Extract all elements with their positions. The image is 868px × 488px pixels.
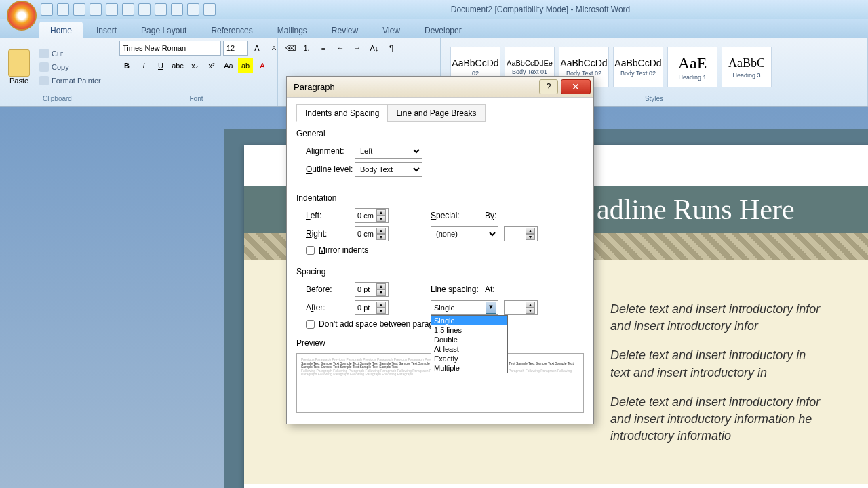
ls-option-double[interactable]: Double — [431, 335, 507, 344]
quick-access-toolbar — [41, 3, 216, 16]
number-list-button[interactable]: 1. — [299, 41, 314, 56]
copy-button[interactable]: Copy — [37, 61, 104, 73]
font-group: A A ⌫ B I U abc x₂ x² Aa ab A Font — [115, 38, 278, 106]
clipboard-group: Paste Cut Copy Format Painter Clipboard — [0, 38, 115, 106]
superscript-button[interactable]: x² — [204, 58, 219, 73]
office-button[interactable] — [7, 1, 37, 30]
grow-font-button[interactable]: A — [250, 41, 264, 56]
spin-up-icon[interactable]: ▲ — [526, 228, 535, 234]
save-icon[interactable] — [41, 3, 53, 16]
spin-down-icon[interactable]: ▼ — [376, 234, 386, 240]
spin-up-icon[interactable]: ▲ — [376, 209, 386, 216]
qat-icon[interactable] — [187, 3, 199, 16]
general-label: General — [296, 129, 584, 138]
tab-view[interactable]: View — [372, 22, 411, 38]
bold-button[interactable]: B — [119, 58, 134, 73]
undo-icon[interactable] — [57, 3, 69, 16]
cut-button[interactable]: Cut — [37, 47, 104, 60]
headline-text: adline Runs Here — [597, 193, 795, 226]
preview-icon[interactable] — [106, 3, 118, 16]
spin-up-icon[interactable]: ▲ — [526, 302, 535, 308]
after-spin[interactable]: 0 pt▲▼ — [355, 300, 389, 315]
increase-indent-button[interactable]: → — [350, 41, 365, 56]
tab-home[interactable]: Home — [39, 22, 83, 38]
tab-developer[interactable]: Developer — [414, 22, 473, 38]
change-case-button[interactable]: Aa — [221, 58, 236, 73]
redo-icon[interactable] — [73, 3, 85, 16]
qat-icon[interactable] — [171, 3, 183, 16]
underline-button[interactable]: U — [153, 58, 168, 73]
spin-down-icon[interactable]: ▼ — [376, 216, 386, 222]
paste-button[interactable]: Paste — [4, 43, 34, 91]
help-button[interactable]: ? — [539, 79, 558, 94]
ls-option-exactly[interactable]: Exactly — [431, 354, 507, 363]
style-item[interactable]: AaEHeading 1 — [667, 47, 717, 87]
outline-select[interactable]: Body Text — [355, 162, 422, 177]
font-color-button[interactable]: A — [255, 58, 270, 73]
subscript-button[interactable]: x₂ — [187, 58, 202, 73]
ls-option-atleast[interactable]: At least — [431, 344, 507, 354]
format-painter-button[interactable]: Format Painter — [37, 75, 104, 87]
special-select[interactable]: (none) — [431, 226, 498, 241]
font-size-input[interactable] — [223, 41, 248, 56]
doc-paragraph[interactable]: Delete text and insert introductory info… — [610, 394, 868, 445]
right-indent-spin[interactable]: 0 cm▲▼ — [355, 226, 389, 241]
spin-up-icon[interactable]: ▲ — [376, 228, 386, 234]
chevron-down-icon: ▾ — [486, 302, 496, 314]
tab-references[interactable]: References — [200, 22, 263, 38]
left-indent-spin[interactable]: 0 cm▲▼ — [355, 208, 389, 223]
by-spin[interactable]: ▲▼ — [504, 226, 538, 241]
spellcheck-icon[interactable] — [155, 3, 167, 16]
dialog-titlebar[interactable]: Paragraph ? ✕ — [287, 77, 593, 97]
sort-button[interactable]: A↓ — [367, 41, 382, 56]
tab-indents-spacing[interactable]: Indents and Spacing — [296, 104, 388, 122]
bullet-list-button[interactable]: ▪ — [282, 41, 297, 56]
before-spin[interactable]: 0 pt▲▼ — [355, 282, 389, 297]
style-item[interactable]: AaBbCcDdBody Text 02 — [613, 47, 663, 87]
cut-icon — [39, 49, 49, 58]
close-button[interactable]: ✕ — [561, 79, 591, 94]
strike-button[interactable]: abc — [170, 58, 185, 73]
highlight-button[interactable]: ab — [238, 58, 253, 73]
spin-down-icon[interactable]: ▼ — [376, 289, 386, 296]
alignment-label: AAlignment:lignment: — [296, 146, 355, 156]
spin-down-icon[interactable]: ▼ — [526, 308, 535, 314]
italic-button[interactable]: I — [136, 58, 151, 73]
dialog-body: Indents and Spacing Line and Page Breaks… — [287, 97, 593, 424]
ls-option-multiple[interactable]: Multiple — [431, 363, 507, 373]
linespacing-select[interactable]: Single ▾ Single 1.5 lines Double At leas… — [431, 300, 498, 315]
tab-insert[interactable]: Insert — [85, 22, 127, 38]
doc-paragraph[interactable]: Delete text and insert introductory info… — [610, 301, 868, 335]
spin-down-icon[interactable]: ▼ — [526, 234, 535, 240]
tab-line-page-breaks[interactable]: Line and Page Breaks — [387, 104, 485, 122]
font-name-input[interactable] — [119, 41, 221, 56]
style-item[interactable]: AaBbCHeading 3 — [722, 47, 772, 87]
qat-icon[interactable] — [122, 3, 134, 16]
window-title: Document2 [Compatibility Mode] - Microso… — [216, 5, 865, 14]
spin-down-icon[interactable]: ▼ — [376, 308, 386, 314]
copy-icon — [39, 62, 49, 72]
ls-option-1-5[interactable]: 1.5 lines — [431, 325, 507, 335]
alignment-select[interactable]: Left — [355, 144, 422, 159]
mirror-indents-checkbox[interactable]: Mirror indents — [306, 245, 574, 255]
spin-up-icon[interactable]: ▲ — [376, 302, 386, 308]
paste-icon — [8, 49, 30, 77]
ls-option-single[interactable]: Single — [431, 316, 507, 325]
tab-mailings[interactable]: Mailings — [267, 22, 318, 38]
doc-paragraph[interactable]: Delete text and insert introductory inte… — [610, 347, 868, 381]
outline-label: Outline level: — [296, 165, 355, 174]
at-spin[interactable]: ▲▼ — [504, 300, 538, 315]
decrease-indent-button[interactable]: ← — [333, 41, 348, 56]
tab-review[interactable]: Review — [321, 22, 369, 38]
left-indent-label: Left: — [296, 211, 355, 220]
show-marks-button[interactable]: ¶ — [384, 41, 399, 56]
by-label: By: — [485, 211, 539, 220]
qat-icon[interactable] — [203, 3, 216, 16]
multilevel-list-button[interactable]: ≡ — [316, 41, 331, 56]
special-label: Special: — [431, 211, 485, 220]
tab-pagelayout[interactable]: Page Layout — [130, 22, 197, 38]
print-icon[interactable] — [90, 3, 102, 16]
before-label: Before: — [296, 285, 355, 294]
qat-icon[interactable] — [138, 3, 151, 16]
spin-up-icon[interactable]: ▲ — [376, 283, 386, 289]
